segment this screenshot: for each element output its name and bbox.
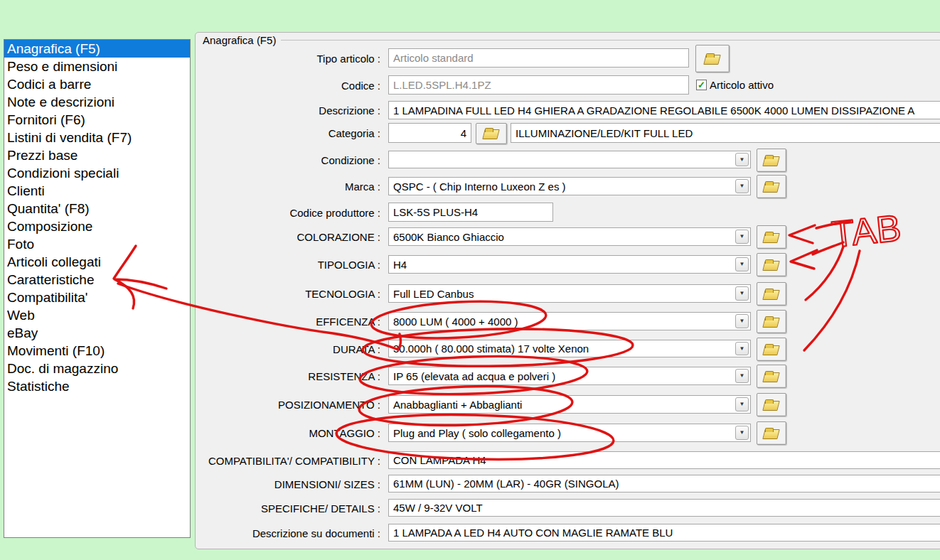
- montaggio-label: MONTAGGIO :: [195, 427, 380, 439]
- categoria-number-field[interactable]: 4: [388, 123, 471, 143]
- sidebar-item-note-e-descrizioni[interactable]: Note e descrizioni: [4, 93, 190, 111]
- groupbox-border-line: [281, 40, 940, 41]
- row-durata: DURATA : 30.000h ( 80.000 stimata) 17 vo…: [196, 340, 940, 357]
- tecnologia-combo[interactable]: Full LED Canbus ▼: [388, 284, 751, 303]
- dimensioni-field[interactable]: 61MM (LUN) - 20MM (LAR) - 40GR (SINGOLA): [388, 475, 940, 492]
- posizionamento-label: POSIZIONAMENTO :: [195, 399, 380, 411]
- condizione-combo[interactable]: ▼: [388, 151, 751, 168]
- sidebar-item-clienti[interactable]: Clienti: [4, 182, 190, 200]
- marca-folder-button[interactable]: [757, 175, 786, 198]
- sidebar-item-listini-di-vendita[interactable]: Listini di vendita (F7): [4, 129, 190, 146]
- sidebar-item-compatibilita[interactable]: Compatibilita': [4, 289, 190, 306]
- categoria-label: Categoria :: [195, 127, 380, 139]
- row-tipologia: TIPOLOGIA : H4 ▼: [196, 255, 940, 274]
- tipologia-combo[interactable]: H4 ▼: [388, 255, 751, 274]
- condizione-folder-button[interactable]: [757, 149, 786, 172]
- marca-combo[interactable]: QSPC - ( Chip Interno Luxeon Z es ) ▼: [388, 177, 751, 195]
- tipo-articolo-folder-button[interactable]: [695, 45, 730, 72]
- folder-icon: [764, 232, 779, 243]
- codice-produttore-field[interactable]: LSK-5S PLUS-H4: [388, 203, 553, 222]
- durata-combo[interactable]: 30.000h ( 80.000 stimata) 17 volte Xenon…: [388, 340, 751, 357]
- tipo-articolo-field[interactable]: Articolo standard: [388, 48, 689, 68]
- folder-icon: [764, 155, 779, 166]
- codice-field[interactable]: L.LED.5SPL.H4.1PZ: [388, 75, 689, 95]
- sidebar-item-statistiche[interactable]: Statistiche: [4, 377, 190, 395]
- montaggio-combo[interactable]: Plug and Play ( solo collegamento ) ▼: [388, 424, 751, 442]
- chevron-down-icon: ▼: [739, 262, 745, 267]
- sidebar-nav: Anagrafica (F5) Peso e dimensioni Codici…: [4, 39, 191, 538]
- sidebar-item-doc-di-magazzino[interactable]: Doc. di magazzino: [4, 360, 190, 377]
- condizione-dropdown-button[interactable]: ▼: [735, 153, 749, 166]
- posizionamento-folder-button[interactable]: [757, 393, 786, 416]
- sidebar-item-composizione[interactable]: Composizione: [4, 217, 190, 235]
- resistenza-label: RESISTENZA :: [195, 370, 380, 382]
- sidebar-item-condizioni-speciali[interactable]: Condizioni speciali: [4, 164, 190, 182]
- efficenza-combo[interactable]: 8000 LUM ( 4000 + 4000 ) ▼: [388, 312, 751, 330]
- sidebar-item-fornitori[interactable]: Fornitori (F6): [4, 111, 190, 129]
- folder-icon: [484, 128, 499, 139]
- sidebar-item-articoli-collegati[interactable]: Articoli collegati: [4, 253, 190, 271]
- colorazione-combo[interactable]: 6500K Bianco Ghiaccio ▼: [388, 227, 751, 246]
- categoria-path-field[interactable]: ILLUMINAZIONE/LED/KIT FULL LED: [511, 123, 940, 143]
- folder-icon: [764, 316, 779, 328]
- marca-label: Marca :: [195, 181, 380, 193]
- sidebar-item-anagrafica[interactable]: Anagrafica (F5): [4, 40, 190, 58]
- folder-icon: [764, 344, 779, 355]
- efficenza-dropdown-button[interactable]: ▼: [735, 314, 749, 328]
- row-resistenza: RESISTENZA : IP 65 (elevata ad acqua e p…: [196, 367, 940, 385]
- sidebar-item-web[interactable]: Web: [4, 306, 190, 324]
- chevron-down-icon: ▼: [739, 157, 745, 163]
- articolo-attivo-checkbox[interactable]: ✓ Articolo attivo: [696, 79, 774, 91]
- chevron-down-icon: ▼: [739, 402, 745, 407]
- colorazione-label: COLORAZIONE :: [195, 231, 380, 243]
- tecnologia-dropdown-button[interactable]: ▼: [735, 286, 749, 301]
- folder-icon: [764, 181, 779, 193]
- tipologia-dropdown-button[interactable]: ▼: [735, 257, 749, 271]
- compatibilita-field[interactable]: CON LAMPADA H4: [388, 451, 940, 469]
- checkbox-box: ✓: [696, 80, 707, 90]
- marca-dropdown-button[interactable]: ▼: [735, 179, 749, 193]
- sidebar-item-ebay[interactable]: eBay: [4, 324, 190, 342]
- specifiche-field[interactable]: 45W / 9-32V VOLT: [388, 499, 940, 517]
- sidebar-item-codici-a-barre[interactable]: Codici a barre: [4, 75, 190, 93]
- row-codice: Codice : L.LED.5SPL.H4.1PZ ✓ Articolo at…: [196, 75, 940, 95]
- resistenza-dropdown-button[interactable]: ▼: [735, 369, 749, 383]
- tipologia-folder-button[interactable]: [757, 253, 786, 276]
- sidebar-item-movimenti[interactable]: Movimenti (F10): [4, 342, 190, 360]
- durata-dropdown-button[interactable]: ▼: [735, 342, 749, 355]
- resistenza-combo[interactable]: IP 65 (elevata ad acqua e polveri ) ▼: [388, 367, 751, 385]
- chevron-down-icon: ▼: [739, 373, 745, 379]
- tipologia-label: TIPOLOGIA :: [195, 259, 380, 271]
- chevron-down-icon: ▼: [739, 430, 745, 436]
- durata-folder-button[interactable]: [757, 338, 786, 361]
- colorazione-folder-button[interactable]: [757, 225, 786, 249]
- posizionamento-combo[interactable]: Anabbaglianti + Abbaglianti ▼: [388, 395, 751, 414]
- row-condizione: Condizione : ▼: [196, 151, 940, 168]
- posizionamento-dropdown-button[interactable]: ▼: [735, 397, 749, 411]
- categoria-folder-button[interactable]: [476, 123, 507, 144]
- groupbox-title: Anagrafica (F5): [203, 34, 276, 46]
- row-specifiche: SPECIFICHE/ DETAILS : 45W / 9-32V VOLT: [196, 499, 940, 517]
- row-categoria: Categoria : 4 ILLUMINAZIONE/LED/KIT FULL…: [196, 123, 940, 143]
- folder-icon: [764, 399, 779, 411]
- tecnologia-folder-button[interactable]: [757, 282, 786, 306]
- row-descrizione-su-documenti: Descrizione su documenti : 1 LAMPADA A L…: [196, 524, 940, 542]
- montaggio-dropdown-button[interactable]: ▼: [735, 426, 749, 440]
- colorazione-dropdown-button[interactable]: ▼: [735, 230, 749, 244]
- sidebar-item-foto[interactable]: Foto: [4, 235, 190, 253]
- tipo-articolo-label: Tipo articolo :: [195, 52, 380, 64]
- row-descrizione: Descrizione : 1 LAMPADINA FULL LED H4 GH…: [196, 101, 940, 119]
- sidebar-item-quantita[interactable]: Quantita' (F8): [4, 200, 190, 217]
- resistenza-folder-button[interactable]: [757, 365, 786, 388]
- efficenza-folder-button[interactable]: [757, 310, 786, 333]
- descrizione-documenti-label: Descrizione su documenti :: [195, 527, 380, 539]
- sidebar-item-caratteristiche[interactable]: Caratteristiche: [4, 271, 190, 289]
- sidebar-item-peso-e-dimensioni[interactable]: Peso e dimensioni: [4, 58, 190, 75]
- row-efficenza: EFFICENZA : 8000 LUM ( 4000 + 4000 ) ▼: [196, 312, 940, 330]
- descrizione-documenti-field[interactable]: 1 LAMPADA A LED H4 AUTO CON MAGLIE RAMAT…: [388, 524, 940, 542]
- row-tipo-articolo: Tipo articolo : Articolo standard: [196, 48, 940, 68]
- sidebar-item-prezzi-base[interactable]: Prezzi base: [4, 146, 190, 164]
- descrizione-field[interactable]: 1 LAMPADINA FULL LED H4 GHIERA A GRADAZI…: [388, 101, 940, 119]
- folder-icon: [705, 53, 720, 65]
- montaggio-folder-button[interactable]: [757, 421, 786, 445]
